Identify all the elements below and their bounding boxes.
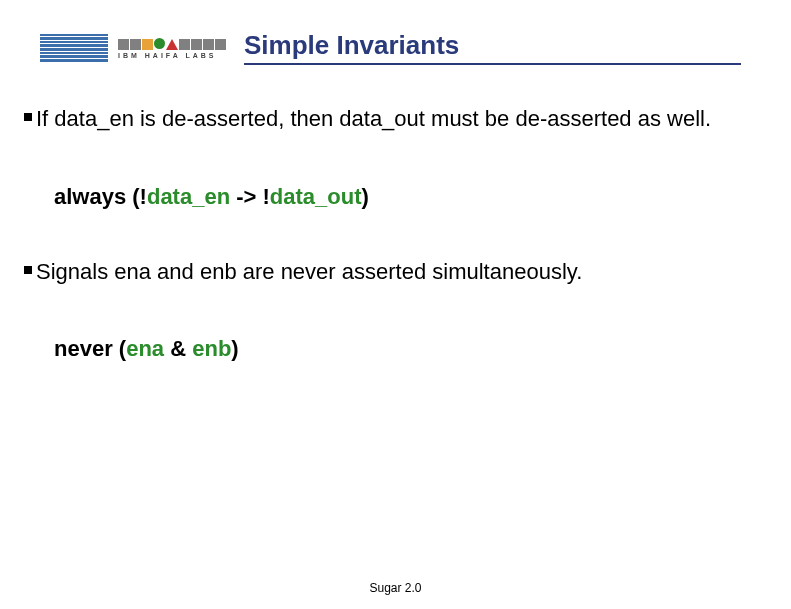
ibm-logo xyxy=(40,34,108,62)
ibm-haifa-labs-logo: IBM HAIFA LABS xyxy=(118,36,226,59)
bullet-icon xyxy=(24,113,32,121)
haifa-labs-label: IBM HAIFA LABS xyxy=(118,52,217,59)
bullet-icon xyxy=(24,266,32,274)
code-expression-2: never (ena & enb) xyxy=(54,336,761,362)
code-expression-1: always (!data_en -> !data_out) xyxy=(54,184,761,210)
bullet-item-2: Signals ena and enb are never asserted s… xyxy=(24,258,761,363)
slide-footer: Sugar 2.0 xyxy=(0,581,791,595)
slide-title: Simple Invariants xyxy=(244,30,741,65)
slide-header: IBM HAIFA LABS Simple Invariants xyxy=(0,0,791,65)
bullet-text-2: Signals ena and enb are never asserted s… xyxy=(36,258,582,287)
bullet-text-1: If data_en is de-asserted, then data_out… xyxy=(36,105,711,134)
bullet-item-1: If data_en is de-asserted, then data_out… xyxy=(24,105,761,210)
slide-content: If data_en is de-asserted, then data_out… xyxy=(0,65,791,362)
